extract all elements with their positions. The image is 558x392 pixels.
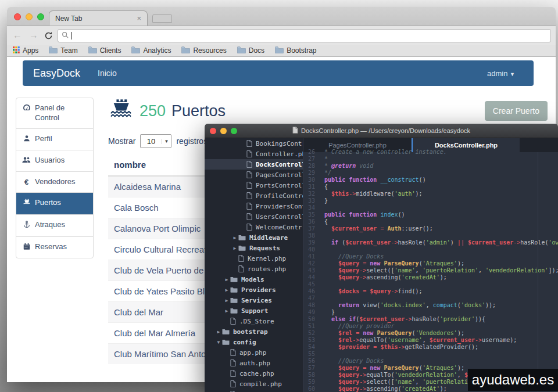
tree-item-providerscontr[interactable]: ProvidersContr <box>205 201 303 211</box>
tree-item-welcomecontr[interactable]: WelcomeContr <box>205 222 303 232</box>
line-number: 41 <box>303 253 321 260</box>
file-icon <box>230 380 236 387</box>
document-icon <box>292 127 298 135</box>
sidebar: Panel de ControlPerfilUsuarios€Vendedore… <box>16 98 94 258</box>
ports-count: 250 <box>140 102 166 120</box>
sidebar-item-usuarios[interactable]: Usuarios <box>16 150 93 171</box>
new-tab-button[interactable] <box>152 14 172 23</box>
tree-item-services[interactable]: ▶Services <box>205 295 303 305</box>
code-line-38: 38 <box>303 232 558 239</box>
editor-close-button[interactable] <box>210 128 216 134</box>
line-number: 60 <box>303 386 321 392</box>
tree-item-support[interactable]: ▶Support <box>205 305 303 316</box>
app-navbar: EasyDock Inicio admin ▼ <box>23 60 534 86</box>
tree-item-config[interactable]: ▼config <box>205 337 303 347</box>
window-controls <box>14 13 44 20</box>
sidebar-item-reservas[interactable]: Reservas <box>16 236 93 258</box>
line-number: 34 <box>303 204 321 211</box>
bookmark-apps[interactable]: Apps <box>13 46 38 55</box>
bookmark-bootstrap[interactable]: Bootstrap <box>275 46 316 55</box>
sidebar-item-puertos[interactable]: Puertos <box>16 192 93 214</box>
tree-item-middleware[interactable]: ▶Middleware <box>205 232 303 243</box>
editor-minimize-button[interactable] <box>220 128 227 134</box>
tree-item-dockscontrolle[interactable]: DocksControlle <box>205 159 303 170</box>
bookmark-team[interactable]: Team <box>49 46 77 55</box>
file-tree: BookingsContrController.phpDocksControll… <box>205 138 303 392</box>
sidebar-item-perfil[interactable]: Perfil <box>16 128 93 150</box>
folder-icon <box>238 235 246 240</box>
tree-item-pagescontrolle[interactable]: PagesControlle <box>205 170 303 180</box>
code-line-47: 47 <box>303 295 558 302</box>
editor-title-bar[interactable]: DocksController.php — /Users/creyon/Down… <box>205 124 558 138</box>
file-icon <box>230 318 236 325</box>
file-icon <box>246 150 252 157</box>
line-number: 33 <box>303 197 321 204</box>
code-line-43: 43 $query->select(['name', 'puertoRelati… <box>303 267 558 274</box>
line-number: 48 <box>303 302 321 309</box>
minimize-window-button[interactable] <box>26 13 33 20</box>
chevron-right-icon: ▶ <box>223 298 230 303</box>
tree-item-requests[interactable]: ▶Requests <box>205 243 303 253</box>
tree-item-bootstrap[interactable]: ▶bootstrap <box>205 326 303 337</box>
forward-icon[interactable]: → <box>28 30 40 41</box>
code-line-33: 33 } <box>303 197 558 204</box>
line-number: 55 <box>303 351 321 358</box>
file-icon <box>230 370 236 377</box>
tab-close-icon[interactable]: × <box>137 14 141 23</box>
bookmark-analytics[interactable]: Analytics <box>131 46 171 55</box>
tree-item-auth-php[interactable]: auth.php <box>205 358 303 368</box>
nav-item-inicio[interactable]: Inicio <box>98 69 117 78</box>
close-window-button[interactable] <box>14 13 21 20</box>
file-icon <box>246 161 252 168</box>
address-bar[interactable] <box>58 29 551 42</box>
tree-item-portscontroller[interactable]: PortsController <box>205 180 303 190</box>
code-line-44: 44 $query->ascending('createdAt'); <box>303 274 558 281</box>
tree-item-profilecontrolle[interactable]: ProfileControlle <box>205 190 303 201</box>
zoom-window-button[interactable] <box>37 13 44 20</box>
line-number: 42 <box>303 260 321 267</box>
brand-logo[interactable]: EasyDock <box>33 67 80 80</box>
editor-zoom-button[interactable] <box>231 128 237 134</box>
browser-tab[interactable]: New Tab × <box>49 10 148 26</box>
tree-item-userscontrolle[interactable]: UsersControlle <box>205 211 303 222</box>
code-area[interactable]: 26 * Create a new controller instance.27… <box>303 149 558 392</box>
chevron-down-icon: ▼ <box>215 340 222 345</box>
tree-item-models[interactable]: ▶Models <box>205 274 303 285</box>
tree-item-routes-php[interactable]: routes.php <box>205 264 303 274</box>
code-line-42: 42 $query = new ParseQuery('Atraques'); <box>303 260 558 267</box>
tree-item-compile-php[interactable]: compile.php <box>205 379 303 389</box>
user-menu-dropdown[interactable]: admin ▼ <box>487 69 515 78</box>
code-line-32: 32 $this->middleware('auth'); <box>303 190 558 197</box>
code-line-34: 34 <box>303 204 558 211</box>
tree-item-database-php[interactable]: database.php <box>205 389 303 392</box>
folder-icon <box>222 329 230 335</box>
code-line-27: 27 * <box>303 156 558 163</box>
text-cursor <box>71 32 72 39</box>
create-port-button[interactable]: Crear Puerto <box>485 101 548 121</box>
users-icon <box>22 156 31 166</box>
chevron-right-icon: ▶ <box>215 329 222 335</box>
bookmark-clients[interactable]: Clients <box>88 46 121 55</box>
sidebar-item-atraques[interactable]: Atraques <box>16 214 93 236</box>
tree-item-cache-php[interactable]: cache.php <box>205 368 303 379</box>
bookmark-resources[interactable]: Resources <box>181 46 226 55</box>
tree-item-controller-php[interactable]: Controller.php <box>205 149 303 159</box>
tree-item-providers[interactable]: ▶Providers <box>205 285 303 295</box>
code-line-31: 31 { <box>303 184 558 190</box>
tree-item-app-php[interactable]: app.php <box>205 347 303 358</box>
tree-item-bookingscontr[interactable]: BookingsContr <box>205 138 303 149</box>
folder-icon <box>230 297 238 303</box>
sidebar-item-vendedores[interactable]: €Vendedores <box>16 171 93 193</box>
code-line-51: 51 //Query provider <box>303 323 558 330</box>
bookmark-docs[interactable]: Docs <box>237 46 264 55</box>
sidebar-item-panel-de-control[interactable]: Panel de Control <box>16 98 93 128</box>
page-size-select[interactable]: 10 ▼ <box>140 134 171 148</box>
code-line-35: 35 public function index() <box>303 211 558 218</box>
file-icon <box>246 203 252 210</box>
tree-item-ds-store[interactable]: .DS_Store <box>205 316 303 326</box>
editor-window-title: DocksController.php — /Users/creyon/Down… <box>301 127 470 134</box>
file-icon <box>230 349 236 356</box>
tree-item-kernel-php[interactable]: Kernel.php <box>205 253 303 264</box>
reload-icon[interactable] <box>44 31 53 40</box>
back-icon[interactable]: ← <box>12 30 23 41</box>
